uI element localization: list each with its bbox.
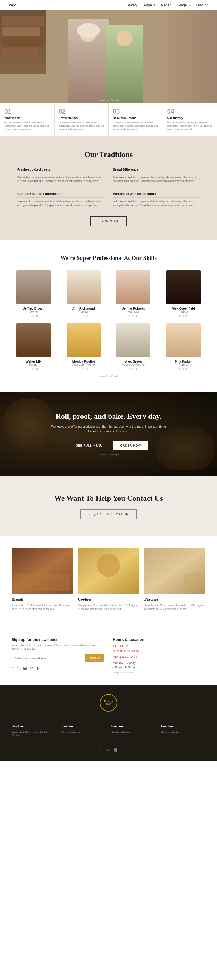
submit-button[interactable]: SUBMIT [86,654,104,662]
hero-caption: Image from Freepik [98,99,118,101]
team-member-7: Mila Parker Partner f ◻ in [162,323,206,371]
linkedin-icon[interactable]: in [86,368,88,371]
card-text-1: Ut enim ad minim veniam, quis nostrud ex… [59,121,105,131]
footer-col-text-3: Sample footer text [162,730,206,733]
team-caption: Images from Freepik [11,375,206,377]
instagram-icon[interactable]: ◻ [182,315,184,317]
bakery-logo: Bakery 1895 [100,694,117,711]
hero2-buttons: SEE FULL MENU ORDER NOW [11,441,206,450]
footer-twitter-icon[interactable]: 𝕏 [106,747,109,752]
team-member-3: Alex Greenfield Partner f ◻ in [162,270,206,317]
facebook-icon[interactable]: f [30,315,30,317]
email-input[interactable] [11,654,86,662]
facebook-icon[interactable]: f [79,315,80,317]
footer-col-heading-2: Headline [111,725,156,728]
team-social-6: f ◻ in [111,368,156,371]
product-name-0: Breads [11,597,73,602]
linkedin-icon[interactable]: in [36,315,38,317]
learn-more-button[interactable]: LEARN MORE [90,216,127,226]
dark-footer-social: f 𝕏 ▣ [11,747,206,752]
team-role-3: Partner [162,310,206,313]
hero-shelf-items [2,16,44,68]
team-name-4: Walter Lily [11,360,56,363]
nav-page6[interactable]: Page 6 [179,3,190,7]
team-role-4: Partner [11,363,56,366]
facebook-icon[interactable]: f [30,368,30,371]
products-grid: Breads Sample text. Click to select the … [11,548,206,611]
instagram-social-icon[interactable]: ▣ [23,666,27,671]
hero-baker-man [68,19,109,103]
facebook-icon[interactable]: f [179,368,180,371]
see-full-menu-button[interactable]: SEE FULL MENU [69,441,109,450]
info-card-3: 04 Our History Ut enim ad minim veniam, … [163,103,217,136]
team-photo-0 [16,270,51,304]
card-num-1: 02 [59,108,105,115]
footer-instagram-icon[interactable]: ▣ [114,747,118,752]
facebook-icon[interactable]: f [129,315,130,317]
team-social-0: f ◻ in [11,315,56,317]
team-role-7: Partner [162,363,206,366]
linkedin-icon[interactable]: in [86,315,88,317]
nav-landing[interactable]: Landing [196,3,208,7]
team-member-2: Jennie Roberts Manager f ◻ in [111,270,156,317]
footer-facebook-icon[interactable]: f [99,747,101,752]
nav-bakery[interactable]: Bakery [127,3,138,7]
newsletter-heading: Sign up for the newsletter [11,637,104,642]
instagram-icon[interactable]: ◻ [182,368,184,371]
instagram-icon[interactable]: ◻ [32,315,34,317]
team-name-3: Alex Greenfield [162,307,206,310]
linkedin-icon[interactable]: in [36,368,38,371]
linkedin-icon[interactable]: in [136,368,138,371]
product-desc-1: Sample text. Click to select the text bo… [78,603,139,611]
facebook-icon[interactable]: f [129,368,130,371]
nav-page4[interactable]: Page 4 [144,3,155,7]
team-member-4: Walter Lily Partner f ◻ in [11,323,56,371]
facebook-social-icon[interactable]: f [11,666,13,670]
instagram-icon[interactable]: ◻ [82,368,84,371]
footer-col-0: Headline Sample text. Click to select th… [11,725,56,737]
team-section: We're Super Professional At Our Skills J… [0,240,217,392]
request-info-button[interactable]: REQUEST INFORMATION [81,509,136,519]
team-member-0: Jeffrey Brown Owner f ◻ in [11,270,56,317]
navigation: logo Bakery Page 4 Page 5 Page 6 Landing [0,0,217,10]
footer-col-text-0: Sample text. Click to select the Text El… [11,730,56,737]
footer-col-1: Headline Sample footer text [62,725,106,737]
instagram-icon[interactable]: ◻ [132,315,134,317]
team-role-2: Manager [111,310,156,313]
team-social-7: f ◻ in [162,368,206,371]
product-2: Pastries Sample text. Click to select th… [144,548,206,611]
footer-col-3: Headline Sample footer text [162,725,206,737]
order-now-button[interactable]: ORDER NOW [113,441,147,450]
team-social-1: f ◻ in [62,315,106,317]
twitter-social-icon[interactable]: 𝕏 [16,666,20,671]
hours-image-credit: Image from Freepik [113,671,206,674]
tradition-title-1: Bread Difference [113,168,200,173]
email-form: SUBMIT [11,654,104,662]
facebook-icon[interactable]: f [79,368,80,371]
footer-col-text-1: Sample footer text [62,730,106,733]
linkedin-icon[interactable]: in [185,368,187,371]
linkedin-icon[interactable]: in [185,315,187,317]
linkedin-social-icon[interactable]: in [30,666,33,670]
newsletter-section: Sign up for the newsletter Want to be th… [11,637,104,674]
product-1: Cookies Sample text. Click to select the… [78,548,139,611]
team-social-3: f ◻ in [162,315,206,317]
team-photo-3 [166,270,201,304]
instagram-icon[interactable]: ◻ [82,315,84,317]
instagram-icon[interactable]: ◻ [32,368,34,371]
pinterest-social-icon[interactable]: P [37,666,40,670]
product-desc-0: Sample text. Click to select the text bo… [11,603,73,611]
traditions-section: Our Traditions Freshest baked treats Dui… [0,136,217,240]
facebook-icon[interactable]: f [179,315,180,317]
product-img-2 [144,548,206,594]
newsletter-text: Want to be the first to read our news? S… [11,643,104,651]
footer-info: Sign up for the newsletter Want to be th… [0,625,217,686]
nav-page5[interactable]: Page 5 [161,3,172,7]
linkedin-icon[interactable]: in [136,315,138,317]
team-member-5: Monica Pouliot Associate Partner f ◻ in [62,323,106,371]
team-member-6: Alex Green Associate Partner f ◻ in [111,323,156,371]
instagram-icon[interactable]: ◻ [132,368,134,371]
team-role-0: Owner [11,310,56,313]
team-member-1: Ann Richmond Partner f ◻ in [62,270,106,317]
footer-cols: Headline Sample text. Click to select th… [11,725,206,737]
